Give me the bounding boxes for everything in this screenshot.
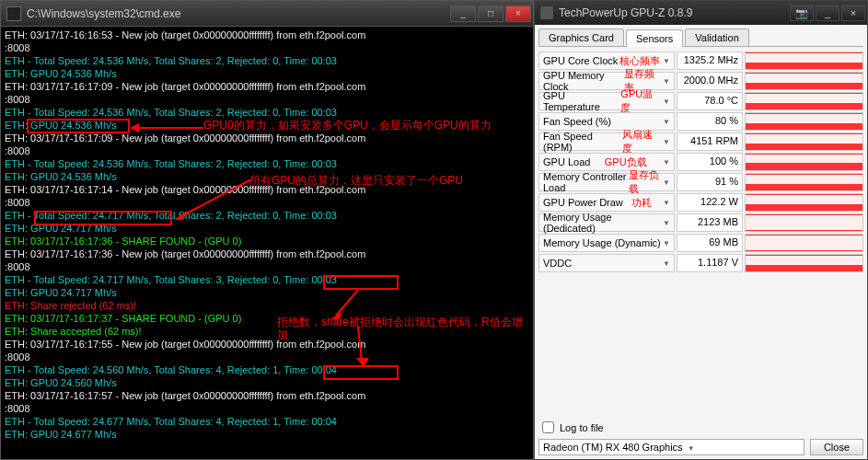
- close-button[interactable]: ×: [841, 5, 865, 21]
- cmd-line: ETH: 03/17/17-16:17:09 - New job (target…: [5, 80, 529, 93]
- minimize-button[interactable]: _: [816, 5, 839, 21]
- sensor-row: Fan Speed (%)▼80 %: [538, 111, 863, 132]
- sensor-row: GPU TemperatureGPU温度▼78.0 °C: [538, 91, 863, 111]
- gpuz-icon: [540, 6, 553, 19]
- cmd-line: ETH: 03/17/17-16:17:55 - New job (target…: [5, 338, 529, 351]
- cmd-titlebar[interactable]: C:\Windows\system32\cmd.exe _ □ ×: [1, 1, 533, 27]
- cmd-line: ETH: GPU0 24.536 Mh/s: [5, 67, 529, 80]
- cmd-line: ETH - Total Speed: 24.536 Mh/s, Total Sh…: [5, 106, 529, 119]
- cmd-line: ETH: Share rejected (62 ms)!: [5, 299, 529, 312]
- sensor-name: Memory Controller Load: [543, 171, 629, 193]
- sensor-label[interactable]: Memory Controller Load显存负载▼: [538, 173, 675, 191]
- sensor-name: Memory Usage (Dedicated): [543, 212, 661, 234]
- sensor-annotation: 核心频率: [619, 54, 660, 68]
- sensor-value: 80 %: [677, 112, 743, 131]
- cmd-line: :8008: [5, 402, 529, 415]
- sensor-name: Fan Speed (%): [543, 116, 611, 127]
- chevron-down-icon: ▼: [663, 178, 670, 187]
- chevron-down-icon: ▼: [663, 77, 670, 86]
- screenshot-button[interactable]: 📷: [790, 5, 814, 21]
- cmd-title: C:\Windows\system32\cmd.exe: [27, 7, 450, 20]
- tab-graphics-card[interactable]: Graphics Card: [538, 29, 624, 46]
- cmd-line: :8008: [5, 41, 529, 54]
- cmd-line: ETH: Share accepted (62 ms)!: [5, 325, 529, 338]
- cmd-line: ETH - Total Speed: 24.717 Mh/s, Total Sh…: [5, 209, 529, 222]
- sensor-graph: [745, 92, 863, 110]
- cmd-line: :8008: [5, 144, 529, 157]
- sensor-name: GPU Load: [543, 156, 590, 167]
- cmd-output[interactable]: ETH: 03/17/17-16:16:53 - New job (target…: [1, 27, 533, 459]
- sensor-name: GPU Memory Clock: [543, 70, 624, 92]
- sensor-row: VDDC▼1.1187 V: [538, 253, 863, 273]
- cmd-line: ETH: 03/17/17-16:17:57 - New job (target…: [5, 389, 529, 402]
- sensor-label[interactable]: VDDC▼: [538, 254, 675, 272]
- gpuz-title: TechPowerUp GPU-Z 0.8.9: [559, 6, 790, 19]
- chevron-down-icon: ▼: [663, 138, 670, 146]
- sensor-label[interactable]: Fan Speed (RPM)风扇速度▼: [538, 132, 675, 151]
- chevron-down-icon: ▼: [663, 158, 670, 167]
- gpuz-titlebar[interactable]: TechPowerUp GPU-Z 0.8.9 📷 _ ×: [535, 1, 867, 25]
- cmd-line: ETH: 03/17/17-16:17:36 - New job (target…: [5, 247, 529, 260]
- sensor-name: GPU Temperature: [543, 90, 620, 112]
- cmd-line: ETH: 03/17/17-16:17:37 - SHARE FOUND - (…: [5, 312, 529, 325]
- chevron-down-icon: ▼: [663, 219, 670, 227]
- sensor-annotation: GPU温度: [620, 87, 661, 115]
- sensor-graph: [745, 72, 863, 90]
- maximize-button[interactable]: □: [478, 6, 503, 22]
- sensor-value: 78.0 °C: [677, 92, 743, 110]
- sensor-graph: [745, 213, 863, 232]
- cmd-line: ETH: GPU0 24.677 Mh/s: [5, 428, 529, 441]
- close-button-footer[interactable]: Close: [810, 439, 863, 455]
- sensor-label[interactable]: Memory Usage (Dedicated)▼: [538, 213, 675, 232]
- tab-sensors[interactable]: Sensors: [626, 29, 683, 47]
- cmd-line: ETH: GPU0 24.536 Mh/s: [5, 119, 529, 132]
- cmd-icon: [6, 6, 21, 21]
- sensor-row: Memory Usage (Dedicated)▼2123 MB: [538, 213, 863, 233]
- tab-validation[interactable]: Validation: [685, 29, 749, 46]
- sensor-label[interactable]: GPU TemperatureGPU温度▼: [538, 92, 675, 110]
- sensor-label[interactable]: Memory Usage (Dynamic)▼: [538, 234, 675, 252]
- chevron-down-icon: ▼: [663, 239, 670, 247]
- close-button[interactable]: ×: [505, 6, 531, 22]
- sensor-graph: [745, 173, 863, 191]
- sensor-value: 1325.2 MHz: [677, 52, 743, 70]
- cmd-line: ETH: GPU0 24.560 Mh/s: [5, 376, 529, 389]
- tabs: Graphics Card Sensors Validation: [538, 29, 863, 47]
- chevron-down-icon: ▼: [688, 444, 695, 453]
- gpu-select-value: Radeon (TM) RX 480 Graphics: [543, 442, 683, 453]
- sensor-name: GPU Core Clock: [543, 55, 618, 66]
- cmd-line: :8008: [5, 196, 529, 209]
- gpu-select[interactable]: Radeon (TM) RX 480 Graphics ▼: [538, 439, 804, 455]
- sensor-annotation: 功耗: [631, 196, 652, 210]
- sensor-row: GPU Memory Clock显存频率▼2000.0 MHz: [538, 71, 863, 91]
- sensor-graph: [745, 254, 863, 272]
- sensor-row: GPU LoadGPU负载▼100 %: [538, 152, 863, 172]
- cmd-line: ETH - Total Speed: 24.536 Mh/s, Total Sh…: [5, 54, 529, 67]
- chevron-down-icon: ▼: [663, 199, 670, 207]
- sensor-label[interactable]: GPU Power Draw功耗▼: [538, 193, 675, 212]
- cmd-line: ETH: GPU0 24.717 Mh/s: [5, 222, 529, 235]
- sensor-value: 69 MB: [677, 234, 743, 252]
- sensor-value: 4151 RPM: [677, 132, 743, 151]
- cmd-window: C:\Windows\system32\cmd.exe _ □ × ETH: 0…: [0, 0, 534, 460]
- sensor-graph: [745, 153, 863, 171]
- chevron-down-icon: ▼: [663, 57, 670, 65]
- log-label: Log to file: [560, 422, 604, 433]
- cmd-line: ETH: 03/17/17-16:17:09 - New job (target…: [5, 132, 529, 144]
- minimize-button[interactable]: _: [450, 6, 476, 22]
- sensor-row: Memory Controller Load显存负载▼91 %: [538, 172, 863, 192]
- sensor-graph: [745, 52, 863, 70]
- log-checkbox[interactable]: [542, 421, 554, 433]
- sensor-list: GPU Core Clock核心频率▼1325.2 MHzGPU Memory …: [538, 51, 863, 416]
- sensor-name: GPU Power Draw: [543, 197, 623, 208]
- cmd-line: ETH - Total Speed: 24.717 Mh/s, Total Sh…: [5, 273, 529, 286]
- sensor-graph: [745, 193, 863, 212]
- sensor-name: Fan Speed (RPM): [543, 131, 622, 153]
- sensor-graph: [745, 132, 863, 151]
- cmd-line: :8008: [5, 260, 529, 273]
- sensor-name: Memory Usage (Dynamic): [543, 237, 661, 248]
- cmd-line: ETH - Total Speed: 24.536 Mh/s, Total Sh…: [5, 157, 529, 170]
- cmd-line: ETH: 03/17/17-16:16:53 - New job (target…: [5, 29, 529, 41]
- cmd-line: :8008: [5, 93, 529, 106]
- sensor-value: 1.1187 V: [677, 254, 743, 272]
